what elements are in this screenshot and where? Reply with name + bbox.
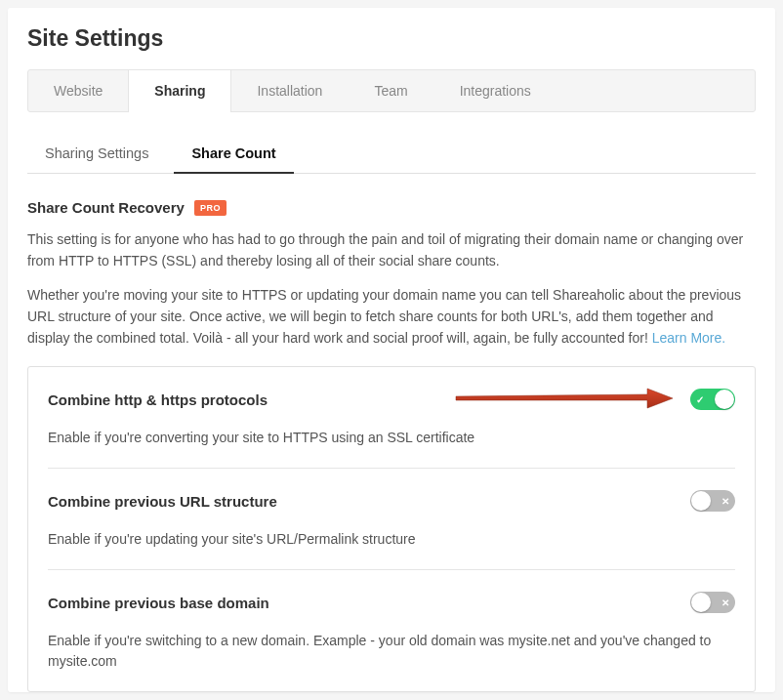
toggle-knob bbox=[715, 390, 734, 409]
tab-sharing[interactable]: Sharing bbox=[128, 70, 231, 111]
toggle-combine-protocols[interactable]: ✓ bbox=[690, 389, 735, 410]
toggle-knob bbox=[691, 593, 711, 612]
page-title: Site Settings bbox=[27, 25, 756, 52]
tab-installation[interactable]: Installation bbox=[231, 70, 349, 111]
setting-desc: Enable if you're switching to a new doma… bbox=[48, 631, 735, 672]
toggle-knob bbox=[691, 491, 711, 511]
subtab-sharing-settings[interactable]: Sharing Settings bbox=[27, 136, 166, 173]
tab-integrations[interactable]: Integrations bbox=[434, 70, 557, 111]
setting-head: Combine previous base domain ✕ bbox=[48, 592, 735, 613]
subtab-share-count[interactable]: Share Count bbox=[174, 136, 293, 173]
main-tabs: Website Sharing Installation Team Integr… bbox=[27, 69, 756, 112]
setting-desc: Enable if you're updating your site's UR… bbox=[48, 529, 735, 550]
section-description: This setting is for anyone who has had t… bbox=[27, 229, 756, 349]
x-icon: ✕ bbox=[721, 597, 729, 608]
setting-title: Combine previous URL structure bbox=[48, 493, 277, 510]
settings-panel: Site Settings Website Sharing Installati… bbox=[8, 8, 775, 692]
section-header: Share Count Recovery PRO bbox=[27, 199, 756, 216]
setting-combine-protocols: Combine http & https protocols ✓ Enable … bbox=[48, 367, 735, 469]
section-title: Share Count Recovery bbox=[27, 199, 185, 216]
settings-box: Combine http & https protocols ✓ Enable … bbox=[27, 366, 756, 692]
setting-head: Combine http & https protocols ✓ bbox=[48, 389, 735, 410]
x-icon: ✕ bbox=[721, 496, 729, 507]
toggle-combine-url-structure[interactable]: ✕ bbox=[690, 490, 735, 512]
setting-combine-url-structure: Combine previous URL structure ✕ Enable … bbox=[48, 469, 735, 570]
check-icon: ✓ bbox=[696, 394, 704, 405]
learn-more-link[interactable]: Learn More. bbox=[652, 330, 725, 346]
setting-title: Combine http & https protocols bbox=[48, 391, 268, 408]
pro-badge: PRO bbox=[194, 200, 227, 216]
toggle-combine-base-domain[interactable]: ✕ bbox=[690, 592, 735, 613]
setting-desc: Enable if you're converting your site to… bbox=[48, 428, 735, 448]
setting-combine-base-domain: Combine previous base domain ✕ Enable if… bbox=[48, 570, 735, 691]
description-p2: Whether you're moving your site to HTTPS… bbox=[27, 285, 756, 349]
tab-team[interactable]: Team bbox=[349, 70, 433, 111]
sub-tabs: Sharing Settings Share Count bbox=[27, 136, 756, 174]
description-p1: This setting is for anyone who has had t… bbox=[27, 229, 756, 271]
tab-website[interactable]: Website bbox=[28, 70, 129, 111]
setting-head: Combine previous URL structure ✕ bbox=[48, 490, 735, 512]
setting-title: Combine previous base domain bbox=[48, 595, 269, 611]
